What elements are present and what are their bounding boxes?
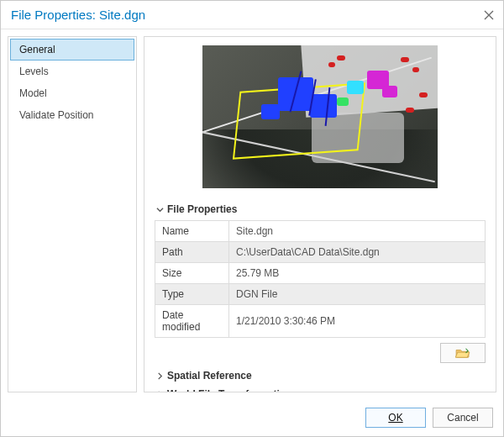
section-file-properties-header[interactable]: File Properties (156, 203, 486, 215)
close-button[interactable] (481, 8, 496, 23)
open-folder-row (155, 343, 486, 363)
prop-value: 25.79 MB (229, 263, 486, 284)
folder-open-icon (455, 347, 470, 359)
prop-key: Date modified (155, 305, 229, 338)
titlebar: File Properties: Site.dgn (1, 1, 503, 29)
cancel-button[interactable]: Cancel (433, 408, 493, 428)
section-world-file-transformation-header[interactable]: World File Transformation (156, 388, 486, 392)
sidebar-item-validate-position[interactable]: Validate Position (10, 104, 134, 126)
section-file-properties-title: File Properties (167, 203, 237, 215)
prop-key: Size (155, 263, 229, 284)
prop-key: Path (155, 242, 229, 263)
prop-key: Type (155, 284, 229, 305)
ok-button[interactable]: OK (365, 408, 426, 428)
section-world-file-transformation-title: World File Transformation (167, 388, 291, 392)
prop-value: 1/21/2010 3:30:46 PM (229, 305, 486, 338)
prop-value: DGN File (229, 284, 486, 305)
sidebar-item-model[interactable]: Model (10, 82, 134, 104)
chevron-right-icon (156, 372, 164, 380)
main-panel: File Properties Name Site.dgn Path C:\Us… (144, 36, 496, 392)
prop-value: C:\UserData\CAD Data\Site.dgn (229, 242, 486, 263)
file-preview (202, 45, 438, 188)
dialog-title: File Properties: Site.dgn (11, 8, 145, 22)
chevron-right-icon (156, 391, 164, 393)
section-spatial-reference-title: Spatial Reference (167, 370, 252, 382)
prop-value: Site.dgn (229, 221, 486, 242)
dialog-footer: OK Cancel (1, 406, 503, 436)
file-properties-table: Name Site.dgn Path C:\UserData\CAD Data\… (155, 220, 486, 338)
section-spatial-reference-header[interactable]: Spatial Reference (156, 370, 486, 382)
prop-key: Name (155, 221, 229, 242)
table-row: Size 25.79 MB (155, 263, 486, 284)
table-row: Path C:\UserData\CAD Data\Site.dgn (155, 242, 486, 263)
sidebar-item-levels[interactable]: Levels (10, 61, 134, 82)
table-row: Name Site.dgn (155, 221, 486, 242)
close-icon (484, 10, 494, 20)
open-folder-button[interactable] (440, 343, 486, 363)
dialog-body: General Levels Model Validate Position (1, 29, 503, 399)
sidebar-item-general[interactable]: General (10, 39, 134, 61)
chevron-down-icon (156, 206, 164, 213)
table-row: Type DGN File (155, 284, 486, 305)
sidebar: General Levels Model Validate Position (8, 36, 137, 392)
table-row: Date modified 1/21/2010 3:30:46 PM (155, 305, 486, 338)
